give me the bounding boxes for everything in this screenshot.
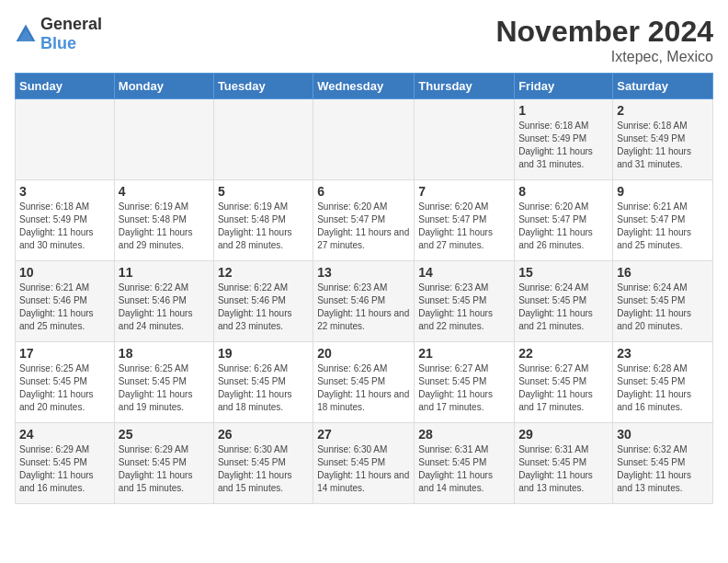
logo-blue: Blue: [40, 34, 76, 52]
day-info: Sunrise: 6:29 AM Sunset: 5:45 PM Dayligh…: [119, 443, 210, 495]
calendar-cell: 18Sunrise: 6:25 AM Sunset: 5:45 PM Dayli…: [114, 342, 213, 423]
day-number: 29: [518, 427, 609, 442]
day-info: Sunrise: 6:23 AM Sunset: 5:46 PM Dayligh…: [317, 282, 410, 333]
day-number: 3: [19, 184, 110, 199]
day-info: Sunrise: 6:28 AM Sunset: 5:45 PM Dayligh…: [617, 362, 709, 414]
day-info: Sunrise: 6:26 AM Sunset: 5:45 PM Dayligh…: [218, 362, 309, 414]
calendar-week-3: 17Sunrise: 6:25 AM Sunset: 5:45 PM Dayli…: [16, 342, 713, 423]
day-number: 6: [317, 184, 410, 199]
header-wednesday: Wednesday: [313, 74, 415, 99]
calendar-cell: 8Sunrise: 6:20 AM Sunset: 5:47 PM Daylig…: [515, 180, 613, 261]
day-info: Sunrise: 6:24 AM Sunset: 5:45 PM Dayligh…: [518, 282, 609, 333]
day-number: 8: [518, 184, 609, 199]
calendar-cell: [213, 99, 313, 180]
month-title: November 2024: [495, 15, 713, 49]
calendar-cell: 20Sunrise: 6:26 AM Sunset: 5:45 PM Dayli…: [313, 342, 415, 423]
day-info: Sunrise: 6:18 AM Sunset: 5:49 PM Dayligh…: [617, 120, 709, 171]
header-friday: Friday: [515, 74, 613, 99]
day-info: Sunrise: 6:20 AM Sunset: 5:47 PM Dayligh…: [317, 201, 410, 252]
day-number: 17: [19, 346, 110, 361]
day-info: Sunrise: 6:24 AM Sunset: 5:45 PM Dayligh…: [617, 282, 709, 333]
calendar-cell: 13Sunrise: 6:23 AM Sunset: 5:46 PM Dayli…: [313, 261, 415, 342]
header-tuesday: Tuesday: [213, 74, 313, 99]
day-info: Sunrise: 6:31 AM Sunset: 5:45 PM Dayligh…: [418, 443, 510, 495]
calendar-cell: [16, 99, 115, 180]
day-number: 10: [19, 265, 110, 280]
location: Ixtepec, Mexico: [495, 49, 713, 65]
calendar-cell: 15Sunrise: 6:24 AM Sunset: 5:45 PM Dayli…: [515, 261, 613, 342]
day-info: Sunrise: 6:25 AM Sunset: 5:45 PM Dayligh…: [19, 362, 110, 414]
calendar-cell: 1Sunrise: 6:18 AM Sunset: 5:49 PM Daylig…: [515, 99, 613, 180]
calendar-cell: 11Sunrise: 6:22 AM Sunset: 5:46 PM Dayli…: [114, 261, 213, 342]
day-info: Sunrise: 6:18 AM Sunset: 5:49 PM Dayligh…: [19, 201, 110, 252]
calendar-cell: 7Sunrise: 6:20 AM Sunset: 5:47 PM Daylig…: [415, 180, 515, 261]
calendar-week-2: 10Sunrise: 6:21 AM Sunset: 5:46 PM Dayli…: [16, 261, 713, 342]
day-info: Sunrise: 6:29 AM Sunset: 5:45 PM Dayligh…: [19, 443, 110, 495]
calendar-cell: 29Sunrise: 6:31 AM Sunset: 5:45 PM Dayli…: [515, 423, 613, 504]
day-info: Sunrise: 6:32 AM Sunset: 5:45 PM Dayligh…: [617, 443, 709, 495]
calendar-week-0: 1Sunrise: 6:18 AM Sunset: 5:49 PM Daylig…: [16, 99, 713, 180]
day-number: 2: [617, 103, 709, 118]
day-number: 5: [218, 184, 309, 199]
day-info: Sunrise: 6:22 AM Sunset: 5:46 PM Dayligh…: [218, 282, 309, 333]
header-saturday: Saturday: [613, 74, 713, 99]
day-info: Sunrise: 6:23 AM Sunset: 5:45 PM Dayligh…: [418, 282, 510, 333]
day-info: Sunrise: 6:19 AM Sunset: 5:48 PM Dayligh…: [119, 201, 210, 252]
header-thursday: Thursday: [415, 74, 515, 99]
logo-icon: [15, 23, 37, 45]
day-info: Sunrise: 6:27 AM Sunset: 5:45 PM Dayligh…: [518, 362, 609, 414]
calendar-cell: 17Sunrise: 6:25 AM Sunset: 5:45 PM Dayli…: [16, 342, 115, 423]
day-number: 26: [218, 427, 309, 442]
day-info: Sunrise: 6:27 AM Sunset: 5:45 PM Dayligh…: [418, 362, 510, 414]
calendar-cell: 25Sunrise: 6:29 AM Sunset: 5:45 PM Dayli…: [114, 423, 213, 504]
day-number: 30: [617, 427, 709, 442]
day-number: 18: [119, 346, 210, 361]
calendar-cell: [415, 99, 515, 180]
day-number: 4: [119, 184, 210, 199]
day-number: 19: [218, 346, 309, 361]
calendar-table: SundayMondayTuesdayWednesdayThursdayFrid…: [15, 73, 713, 504]
day-info: Sunrise: 6:26 AM Sunset: 5:45 PM Dayligh…: [317, 362, 410, 414]
calendar-cell: 30Sunrise: 6:32 AM Sunset: 5:45 PM Dayli…: [613, 423, 713, 504]
day-number: 1: [518, 103, 609, 118]
day-info: Sunrise: 6:30 AM Sunset: 5:45 PM Dayligh…: [317, 443, 410, 495]
day-number: 24: [19, 427, 110, 442]
day-number: 21: [418, 346, 510, 361]
header-sunday: Sunday: [16, 74, 115, 99]
day-number: 27: [317, 427, 410, 442]
day-info: Sunrise: 6:25 AM Sunset: 5:45 PM Dayligh…: [119, 362, 210, 414]
calendar-cell: 3Sunrise: 6:18 AM Sunset: 5:49 PM Daylig…: [16, 180, 115, 261]
day-number: 16: [617, 265, 709, 280]
calendar-cell: 10Sunrise: 6:21 AM Sunset: 5:46 PM Dayli…: [16, 261, 115, 342]
day-number: 28: [418, 427, 510, 442]
logo-general: General: [40, 15, 102, 33]
calendar-cell: 16Sunrise: 6:24 AM Sunset: 5:45 PM Dayli…: [613, 261, 713, 342]
header-monday: Monday: [114, 74, 213, 99]
calendar-cell: [313, 99, 415, 180]
day-number: 14: [418, 265, 510, 280]
calendar-cell: 6Sunrise: 6:20 AM Sunset: 5:47 PM Daylig…: [313, 180, 415, 261]
page-header: General Blue November 2024 Ixtepec, Mexi…: [15, 15, 713, 65]
day-number: 11: [119, 265, 210, 280]
calendar-cell: 2Sunrise: 6:18 AM Sunset: 5:49 PM Daylig…: [613, 99, 713, 180]
day-number: 12: [218, 265, 309, 280]
calendar-cell: [114, 99, 213, 180]
day-info: Sunrise: 6:19 AM Sunset: 5:48 PM Dayligh…: [218, 201, 309, 252]
day-number: 23: [617, 346, 709, 361]
day-info: Sunrise: 6:22 AM Sunset: 5:46 PM Dayligh…: [119, 282, 210, 333]
calendar-cell: 12Sunrise: 6:22 AM Sunset: 5:46 PM Dayli…: [213, 261, 313, 342]
calendar-cell: 23Sunrise: 6:28 AM Sunset: 5:45 PM Dayli…: [613, 342, 713, 423]
day-info: Sunrise: 6:31 AM Sunset: 5:45 PM Dayligh…: [518, 443, 609, 495]
calendar-week-1: 3Sunrise: 6:18 AM Sunset: 5:49 PM Daylig…: [16, 180, 713, 261]
day-info: Sunrise: 6:18 AM Sunset: 5:49 PM Dayligh…: [518, 120, 609, 171]
calendar-cell: 5Sunrise: 6:19 AM Sunset: 5:48 PM Daylig…: [213, 180, 313, 261]
day-number: 25: [119, 427, 210, 442]
day-number: 9: [617, 184, 709, 199]
calendar-cell: 21Sunrise: 6:27 AM Sunset: 5:45 PM Dayli…: [415, 342, 515, 423]
calendar-cell: 26Sunrise: 6:30 AM Sunset: 5:45 PM Dayli…: [213, 423, 313, 504]
day-number: 20: [317, 346, 410, 361]
day-info: Sunrise: 6:20 AM Sunset: 5:47 PM Dayligh…: [418, 201, 510, 252]
calendar-cell: 28Sunrise: 6:31 AM Sunset: 5:45 PM Dayli…: [415, 423, 515, 504]
calendar-cell: 24Sunrise: 6:29 AM Sunset: 5:45 PM Dayli…: [16, 423, 115, 504]
logo: General Blue: [15, 15, 102, 53]
